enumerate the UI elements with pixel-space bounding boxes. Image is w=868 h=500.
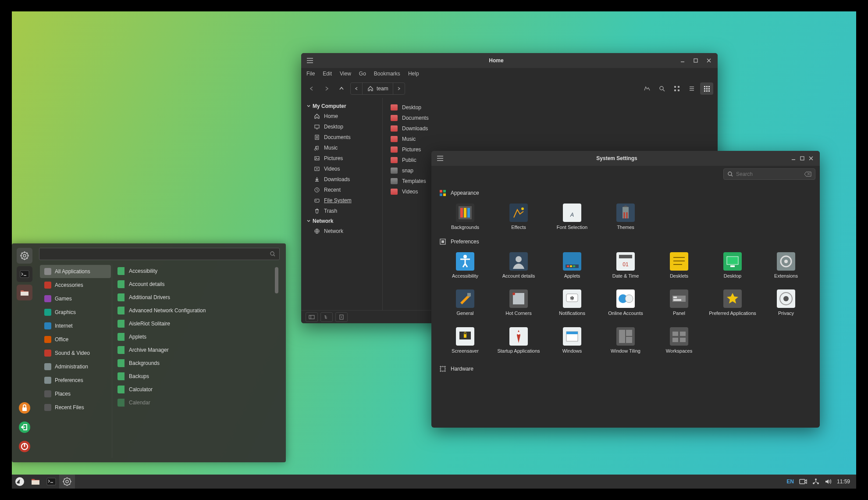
settings-search[interactable] <box>723 168 815 180</box>
menu-category[interactable]: Administration <box>40 360 111 373</box>
minimize-button[interactable] <box>678 56 687 65</box>
menu-app[interactable]: Account details <box>112 278 274 291</box>
menu-category[interactable]: Sound & Video <box>40 346 111 360</box>
up-button[interactable] <box>335 82 348 95</box>
sidebar-network[interactable]: Network <box>301 216 382 226</box>
settings-item[interactable]: ✻Notifications <box>546 287 598 319</box>
close-sidebar-button[interactable] <box>335 312 348 322</box>
menu-app[interactable]: Archive Manager <box>112 343 274 357</box>
menu-category[interactable]: Accessories <box>40 279 111 292</box>
menu-category[interactable]: All Applications <box>40 265 111 278</box>
sidebar-item[interactable]: Desktop <box>301 121 382 132</box>
settings-item[interactable]: AFont Selection <box>546 201 598 233</box>
files-launcher[interactable] <box>28 475 43 489</box>
ss-titlebar[interactable]: System Settings <box>431 151 820 166</box>
terminal-launcher[interactable] <box>43 475 59 489</box>
sidebar-item[interactable]: Trash <box>301 206 382 216</box>
menu-app[interactable]: Backups <box>112 370 274 383</box>
show-treeview-button[interactable] <box>320 312 333 322</box>
camera-tray-icon[interactable] <box>799 479 807 485</box>
close-button[interactable] <box>704 56 713 65</box>
settings-item[interactable]: Themes <box>600 201 651 233</box>
menu-help[interactable]: Help <box>408 71 419 77</box>
sidebar-item[interactable]: Videos <box>301 164 382 174</box>
menu-scrollbar[interactable] <box>274 264 280 458</box>
search-button[interactable] <box>655 82 669 95</box>
menu-settings-button[interactable] <box>17 248 32 264</box>
sidebar-my-computer[interactable]: My Computer <box>301 101 382 111</box>
settings-item[interactable]: Effects <box>493 201 544 233</box>
menu-edit[interactable]: Edit <box>323 71 332 77</box>
menu-go[interactable]: Go <box>359 71 366 77</box>
sidebar-item[interactable]: Music <box>301 143 382 153</box>
menu-file[interactable]: File <box>306 71 315 77</box>
settings-search-input[interactable] <box>736 171 802 177</box>
menu-search-input[interactable] <box>43 251 270 257</box>
clock[interactable]: 11:59 <box>837 479 850 485</box>
settings-item[interactable]: Hot Corners <box>493 287 544 319</box>
menu-logout-button[interactable] <box>17 419 32 435</box>
menu-button[interactable] <box>12 475 28 489</box>
settings-item[interactable]: Windows <box>546 325 598 357</box>
menu-app[interactable]: Applets <box>112 330 274 343</box>
menu-category[interactable]: Internet <box>40 319 111 332</box>
settings-item[interactable]: Account details <box>493 250 544 282</box>
menu-terminal-button[interactable] <box>17 266 32 282</box>
menu-category[interactable]: Recent Files <box>40 401 111 414</box>
menu-category[interactable]: Preferences <box>40 374 111 387</box>
sidebar-item[interactable]: Recent <box>301 185 382 195</box>
folder-item[interactable]: Desktop <box>389 102 711 113</box>
hamburger-icon[interactable] <box>436 154 445 163</box>
close-button[interactable] <box>807 154 815 163</box>
volume-tray-icon[interactable] <box>825 478 832 485</box>
menu-power-button[interactable] <box>17 439 32 454</box>
list-view-button[interactable] <box>685 82 698 95</box>
folder-item[interactable]: Downloads <box>389 123 711 134</box>
hamburger-icon[interactable] <box>306 56 314 65</box>
settings-item[interactable]: Panel <box>653 287 705 319</box>
settings-item[interactable]: Workspaces <box>653 325 705 357</box>
menu-search[interactable] <box>39 248 280 260</box>
sidebar-item[interactable]: Downloads <box>301 174 382 185</box>
compact-view-button[interactable] <box>700 82 713 95</box>
menu-app[interactable]: Calculator <box>112 383 274 396</box>
sidebar-item[interactable]: Home <box>301 111 382 121</box>
settings-launcher[interactable] <box>59 475 75 489</box>
menu-view[interactable]: View <box>340 71 351 77</box>
back-button[interactable] <box>306 82 318 95</box>
sidebar-item[interactable]: Pictures <box>301 153 382 164</box>
settings-item[interactable]: Desklets <box>653 250 705 282</box>
forward-button[interactable] <box>320 82 333 95</box>
settings-item[interactable]: Online Accounts <box>600 287 651 319</box>
sidebar-item[interactable]: File System <box>301 195 382 206</box>
settings-item[interactable]: 01Date & Time <box>600 250 651 282</box>
toggle-location-button[interactable] <box>640 82 654 95</box>
menu-app[interactable]: Additional Drivers <box>112 291 274 304</box>
network-tray-icon[interactable] <box>812 478 819 485</box>
menu-category[interactable]: Games <box>40 292 111 305</box>
settings-item[interactable]: Accessibility <box>439 250 491 282</box>
settings-item[interactable]: Screensaver <box>439 325 491 357</box>
fm-titlebar[interactable]: Home <box>301 53 718 68</box>
settings-item[interactable]: Startup Applications <box>493 325 544 357</box>
folder-item[interactable]: Documents <box>389 113 711 123</box>
settings-item[interactable]: Backgrounds <box>439 201 491 233</box>
menu-files-button[interactable] <box>17 285 32 300</box>
menu-category[interactable]: Office <box>40 333 111 346</box>
settings-item[interactable]: General <box>439 287 491 319</box>
settings-item[interactable]: Applets <box>546 250 598 282</box>
menu-app[interactable]: Calendar <box>112 396 274 409</box>
menu-app[interactable]: Accessibility <box>112 264 274 278</box>
menu-category[interactable]: Places <box>40 387 111 400</box>
maximize-button[interactable] <box>798 154 807 163</box>
menu-app[interactable]: Advanced Network Configuration <box>112 304 274 317</box>
menu-category[interactable]: Graphics <box>40 306 111 319</box>
icon-view-button[interactable] <box>670 82 683 95</box>
show-places-button[interactable] <box>306 312 318 322</box>
menu-lock-button[interactable] <box>17 400 32 416</box>
settings-item[interactable]: Privacy <box>760 287 812 319</box>
menu-app[interactable]: Backgrounds <box>112 357 274 370</box>
sidebar-item[interactable]: Documents <box>301 132 382 143</box>
sidebar-item[interactable]: Network <box>301 226 382 236</box>
maximize-button[interactable] <box>691 56 700 65</box>
